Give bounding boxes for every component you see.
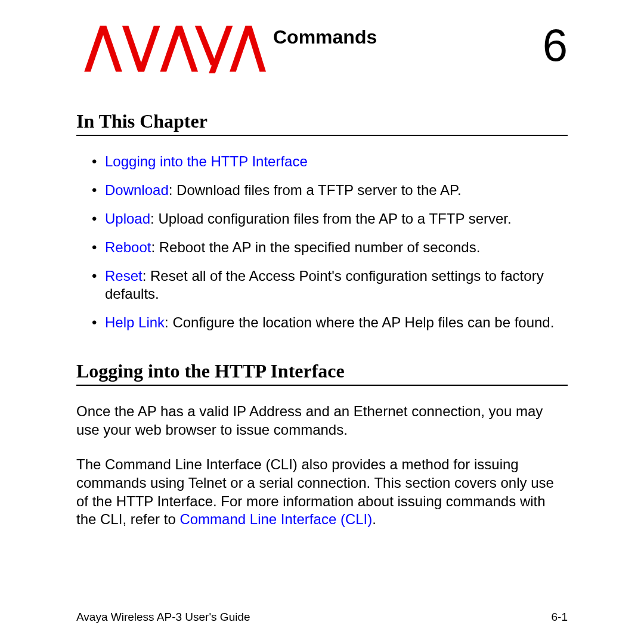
logo-and-title: Commands <box>76 23 377 73</box>
section-heading-logging: Logging into the HTTP Interface <box>76 360 568 386</box>
footer-title: Avaya Wireless AP-3 User's Guide <box>76 611 250 624</box>
chapter-title: Commands <box>273 26 377 48</box>
avaya-logo <box>76 23 266 73</box>
link-reboot[interactable]: Reboot <box>105 239 151 255</box>
paragraph: Once the AP has a valid IP Address and a… <box>76 402 568 439</box>
link-upload[interactable]: Upload <box>105 210 150 227</box>
chapter-header: Commands 6 <box>76 23 568 73</box>
link-help-link[interactable]: Help Link <box>105 314 165 330</box>
link-cli[interactable]: Command Line Interface (CLI) <box>179 511 372 527</box>
list-item-text: : Configure the location where the AP He… <box>165 314 554 330</box>
list-item: Reboot: Reboot the AP in the specified n… <box>92 239 568 256</box>
list-item-text: : Reset all of the Access Point's config… <box>105 268 544 302</box>
list-item: Upload: Upload configuration files from … <box>92 210 568 228</box>
list-item: Reset: Reset all of the Access Point's c… <box>92 267 568 303</box>
chapter-contents-list: Logging into the HTTP Interface Download… <box>76 153 568 332</box>
link-logging[interactable]: Logging into the HTTP Interface <box>105 153 308 169</box>
document-page: Commands 6 In This Chapter Logging into … <box>0 0 644 529</box>
list-item: Logging into the HTTP Interface <box>92 153 568 171</box>
paragraph: The Command Line Interface (CLI) also pr… <box>76 456 568 529</box>
link-download[interactable]: Download <box>105 182 169 198</box>
list-item-text: : Upload configuration files from the AP… <box>150 210 512 227</box>
chapter-number: 6 <box>543 23 568 68</box>
link-reset[interactable]: Reset <box>105 268 143 284</box>
list-item-text: : Download files from a TFTP server to t… <box>169 182 462 198</box>
list-item: Download: Download files from a TFTP ser… <box>92 181 568 199</box>
list-item-text: : Reboot the AP in the specified number … <box>151 239 480 255</box>
footer-page-number: 6-1 <box>552 611 568 624</box>
page-footer: Avaya Wireless AP-3 User's Guide 6-1 <box>76 611 568 624</box>
list-item: Help Link: Configure the location where … <box>92 314 568 332</box>
section-heading-in-this-chapter: In This Chapter <box>76 110 568 136</box>
paragraph-text: . <box>372 511 376 527</box>
